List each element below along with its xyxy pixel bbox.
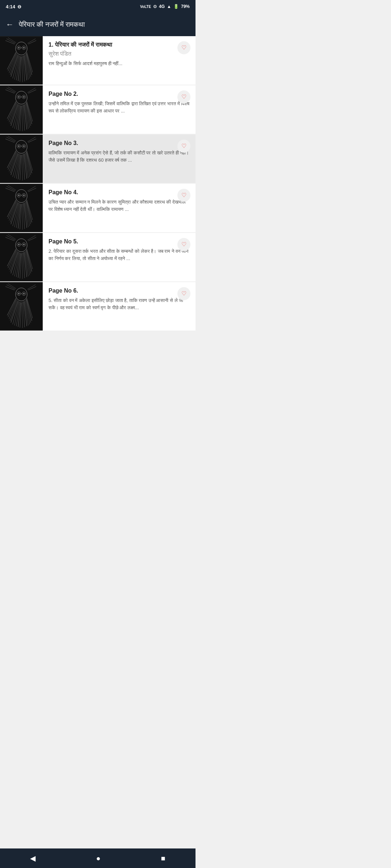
- battery-icon: 🔋: [173, 4, 179, 9]
- favorite-button[interactable]: ♡: [177, 189, 190, 202]
- item-title: 1. पेरियार की नजरों में रामकथा: [49, 41, 190, 49]
- favorite-button[interactable]: ♡: [177, 238, 190, 251]
- battery-level: 79%: [181, 4, 190, 9]
- heart-icon: ♡: [181, 192, 186, 198]
- svg-point-116: [23, 195, 25, 196]
- list-item[interactable]: 1. पेरियार की नजरों में रामकथा सुरेश पंड…: [0, 36, 196, 85]
- volte-icon: VoLTE: [140, 5, 151, 9]
- status-bar: 4:14 ⊖ VoLTE ⊙ 4G ▲ 🔋 79%: [0, 0, 196, 13]
- item-desc: 2. पेरियार का दूसरा तर्क भरत और सीता के …: [49, 248, 190, 262]
- item-thumbnail: [0, 184, 43, 232]
- item-title: Page No 3.: [49, 140, 190, 147]
- svg-point-175: [18, 293, 20, 294]
- heart-icon: ♡: [181, 291, 186, 297]
- status-left: 4:14 ⊖: [6, 4, 21, 9]
- app-header: ← पेरियार की नजरों में रामकथा: [0, 13, 196, 36]
- list-item[interactable]: Page No 4. उचित प्यार और सम्मान न मिलने …: [0, 184, 196, 232]
- status-right: VoLTE ⊙ 4G ▲ 🔋 79%: [140, 4, 190, 9]
- sim-icon: ⊖: [17, 4, 21, 9]
- item-subtitle: सुरेश पंडित: [49, 50, 190, 58]
- item-content: Page No 5. 2. पेरियार का दूसरा तर्क भरत …: [43, 233, 196, 281]
- item-desc: उचित प्यार और सम्मान न मिलने के कारण सुम…: [49, 199, 190, 213]
- list-item[interactable]: Page No 6. 5. सीता को वन में अकेला इसीलि…: [0, 282, 196, 331]
- svg-point-146: [23, 244, 25, 245]
- item-content: Page No 2. उन्होंने तमिल में एक पुस्तक ल…: [43, 85, 196, 134]
- heart-icon: ♡: [181, 94, 186, 100]
- item-desc: 5. सीता को वन में अकेला इसीलिए छोड़ा जात…: [49, 297, 190, 311]
- item-title: Page No 6.: [49, 287, 190, 295]
- item-desc: उन्होंने तमिल में एक पुस्तक लिखी; जिसमें…: [49, 100, 190, 115]
- heart-icon: ♡: [181, 143, 186, 149]
- svg-point-115: [18, 195, 20, 196]
- favorite-button[interactable]: ♡: [177, 41, 190, 54]
- list-item[interactable]: Page No 5. 2. पेरियार का दूसरा तर्क भरत …: [0, 233, 196, 281]
- favorite-button[interactable]: ♡: [177, 90, 190, 103]
- header-title: पेरियार की नजरों में रामकथा: [19, 21, 85, 29]
- heart-icon: ♡: [181, 45, 186, 51]
- item-title: Page No 2.: [49, 90, 190, 98]
- item-title: Page No 5.: [49, 238, 190, 246]
- wifi-icon: ⊙: [153, 4, 157, 9]
- heart-icon: ♡: [181, 242, 186, 247]
- item-title: Page No 4.: [49, 189, 190, 196]
- status-time: 4:14: [6, 4, 15, 9]
- item-thumbnail: [0, 233, 43, 281]
- list-item[interactable]: Page No 3. वाल्मिकि रामायण में अनेक प्रस…: [0, 135, 196, 183]
- item-desc: राम हिन्दुओं के सिर्फ आदर्श महापुरुष ही …: [49, 60, 190, 67]
- item-content: Page No 3. वाल्मिकि रामायण में अनेक प्रस…: [43, 135, 196, 183]
- svg-point-145: [18, 244, 20, 245]
- svg-point-26: [23, 47, 25, 48]
- item-content: Page No 6. 5. सीता को वन में अकेला इसीलि…: [43, 282, 196, 331]
- item-content: Page No 4. उचित प्यार और सम्मान न मिलने …: [43, 184, 196, 232]
- article-list: 1. पेरियार की नजरों में रामकथा सुरेश पंड…: [0, 36, 196, 353]
- svg-point-56: [23, 96, 25, 98]
- favorite-button[interactable]: ♡: [177, 287, 190, 300]
- item-thumbnail: [0, 282, 43, 331]
- item-thumbnail: [0, 85, 43, 134]
- item-content: 1. पेरियार की नजरों में रामकथा सुरेश पंड…: [43, 36, 196, 85]
- svg-point-55: [18, 96, 20, 98]
- svg-point-176: [23, 293, 25, 294]
- signal-bars: ▲: [167, 4, 171, 9]
- favorite-button[interactable]: ♡: [177, 140, 190, 153]
- svg-point-85: [18, 145, 20, 147]
- svg-point-25: [18, 47, 20, 48]
- item-thumbnail: [0, 36, 43, 85]
- signal-strength: 4G: [159, 4, 165, 9]
- list-item[interactable]: Page No 2. उन्होंने तमिल में एक पुस्तक ल…: [0, 85, 196, 134]
- item-thumbnail: [0, 135, 43, 183]
- back-button[interactable]: ←: [6, 20, 14, 29]
- item-desc: वाल्मिकि रामायण में अनेक प्रसंग ऐसे हैं,…: [49, 149, 190, 164]
- svg-point-86: [23, 145, 25, 147]
